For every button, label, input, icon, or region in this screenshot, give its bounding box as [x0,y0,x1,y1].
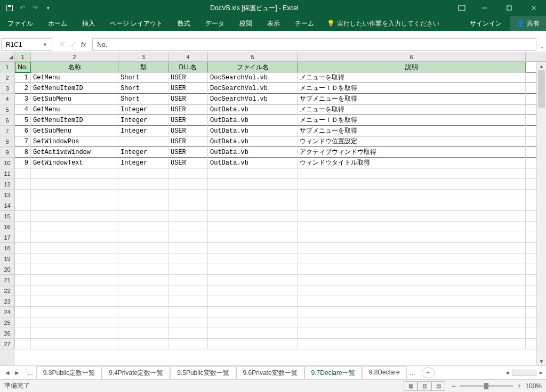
cell[interactable] [15,328,31,339]
cell[interactable] [31,222,118,232]
cell[interactable]: USER [168,136,208,147]
sheet-more-left[interactable]: ... [25,369,36,377]
cell[interactable] [208,275,298,285]
row-header[interactable]: 22 [0,285,15,296]
cell[interactable] [168,275,208,285]
cell[interactable] [15,200,31,211]
cell[interactable] [118,190,168,200]
column-header[interactable]: 4 [168,52,208,61]
cell[interactable] [15,317,31,328]
sheet-tab[interactable]: 9.7Declare一覧 [304,366,362,380]
cell[interactable]: 説明 [298,62,526,72]
row-header[interactable]: 24 [0,307,15,317]
row-header[interactable]: 7 [0,126,15,136]
cell[interactable]: 5 [15,115,31,126]
cell[interactable] [31,200,118,211]
qat-customize-icon[interactable]: ▾ [44,4,52,12]
cell[interactable] [31,190,118,200]
formula-input[interactable]: No. ˬ [92,38,536,51]
row-header[interactable]: 11 [0,168,15,179]
column-header[interactable]: 1 [15,52,31,61]
row-header[interactable]: 21 [0,275,15,285]
cell[interactable] [31,264,118,275]
cell[interactable] [31,179,118,190]
cell[interactable] [168,190,208,200]
cell[interactable] [118,222,168,232]
cell[interactable]: メニューＩＤを取得 [298,115,526,126]
minimize-button[interactable] [472,0,497,16]
cell[interactable]: USER [168,94,208,104]
sheet-tab[interactable]: 9.8Declare [362,366,407,380]
row-header[interactable]: 9 [0,147,15,158]
cell[interactable]: USER [168,83,208,94]
share-button[interactable]: 👤 共有 [510,16,546,31]
sheet-tab[interactable]: 9.4Private定数一覧 [102,366,170,380]
cell[interactable] [208,328,298,339]
row-header[interactable]: 4 [0,94,15,104]
cell[interactable]: GetActiveWindow [31,147,118,158]
cell[interactable]: Short [118,94,168,104]
cell[interactable] [298,307,526,317]
ribbon-display-options-icon[interactable] [451,5,472,11]
save-icon[interactable] [5,4,14,12]
row-header[interactable]: 18 [0,243,15,254]
cell[interactable] [118,254,168,264]
cell[interactable] [15,254,31,264]
select-all-corner[interactable]: ◢ [0,52,15,61]
cell[interactable] [118,211,168,222]
cell[interactable]: 8 [15,147,31,158]
cell[interactable]: Short [118,83,168,94]
cell[interactable]: Integer [118,115,168,126]
cell[interactable] [31,232,118,243]
cell[interactable] [118,307,168,317]
cell[interactable] [31,275,118,285]
column-header[interactable]: 3 [118,52,168,61]
cell[interactable]: OutData.vb [208,104,298,115]
cell[interactable] [298,222,526,232]
cell[interactable] [31,243,118,254]
cell[interactable]: 4 [15,104,31,115]
cell[interactable] [208,200,298,211]
column-header[interactable]: 5 [208,52,298,61]
enter-formula-icon[interactable]: ✓ [70,39,77,50]
cell[interactable] [118,243,168,254]
cell[interactable]: 2 [15,83,31,94]
cell[interactable] [208,307,298,317]
cell[interactable] [15,232,31,243]
cell[interactable] [168,296,208,307]
cell[interactable] [168,307,208,317]
cell[interactable]: DocSearchVol.vb [208,83,298,94]
tab-formulas[interactable]: 数式 [170,16,198,31]
cell[interactable]: OutData.vb [208,126,298,136]
zoom-in-button[interactable]: + [517,382,521,390]
cell[interactable] [15,285,31,296]
redo-icon[interactable]: ↷ [31,4,39,12]
cell[interactable]: OutData.vb [208,158,298,168]
column-header[interactable]: 6 [298,52,526,61]
cell[interactable]: 7 [15,136,31,147]
row-header[interactable]: 23 [0,296,15,307]
cell[interactable] [15,307,31,317]
cell[interactable]: USER [168,158,208,168]
cell[interactable] [118,168,168,179]
cell[interactable] [15,296,31,307]
cell[interactable]: ファイル名 [208,62,298,72]
cell[interactable] [208,179,298,190]
cell[interactable] [118,200,168,211]
cell[interactable] [298,254,526,264]
cell[interactable]: 1 [15,72,31,83]
cell[interactable] [15,190,31,200]
cell[interactable] [208,264,298,275]
cell[interactable]: SetWindowPos [31,136,118,147]
sheet-tab[interactable]: 9.6Private変数一覧 [236,366,304,380]
cell[interactable] [15,264,31,275]
row-header[interactable]: 26 [0,328,15,339]
row-header[interactable]: 1 [0,62,15,72]
scroll-up-icon[interactable]: ▲ [537,62,546,70]
cell[interactable] [208,254,298,264]
maximize-button[interactable] [497,0,521,16]
cell[interactable] [118,264,168,275]
cell[interactable] [31,296,118,307]
tab-file[interactable]: ファイル [0,16,41,31]
expand-formula-bar-icon[interactable]: ˬ [541,42,543,47]
